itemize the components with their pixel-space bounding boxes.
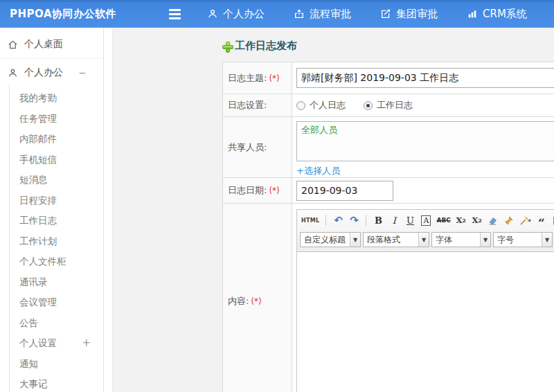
- sidebar-item-tasks[interactable]: 任务管理: [10, 109, 103, 130]
- sidebar-item-label: 公告: [19, 317, 38, 328]
- subscript-button[interactable]: X2: [470, 213, 484, 227]
- menu-toggle-icon[interactable]: [169, 9, 181, 19]
- format-brush-icon: [503, 215, 514, 226]
- sidebar-item-label: 短消息: [19, 174, 48, 185]
- table-row: 共享人员: 全部人员 +选择人员: [223, 117, 554, 178]
- work-log-form: 日志主题:(*) 日志设置: 个人日志: [222, 62, 554, 392]
- dropdown-value: 段落格式: [364, 233, 418, 247]
- auto-typeset-button[interactable]: ▾: [518, 213, 533, 227]
- sidebar-item-label: 大事记: [19, 378, 48, 389]
- editor-toolbar-row-1: HTML ↶ ↷ B I U A ABC X2: [300, 212, 554, 229]
- sidebar-item-label: 我的考勤: [19, 92, 57, 103]
- top-menu: 个人办公 流程审批 集团审批 CRM系统 更多应用 ▼: [207, 8, 554, 21]
- format-brush-button[interactable]: [502, 213, 516, 227]
- nav-process-approval[interactable]: 流程审批: [294, 8, 351, 21]
- editor-toolbar: HTML ↶ ↷ B I U A ABC X2: [296, 209, 554, 252]
- sidebar-item-personal-settings[interactable]: 个人设置 +: [10, 333, 103, 354]
- required-marker: (*): [269, 186, 279, 195]
- dropdown-value: 自定义标题: [301, 233, 350, 247]
- sidebar-item-desktop[interactable]: 个人桌面: [0, 32, 103, 57]
- font-size-dropdown[interactable]: 字号 ▼: [493, 232, 553, 247]
- sidebar-item-label: 内部邮件: [19, 133, 57, 144]
- sidebar-item-work-log[interactable]: 工作日志: [10, 211, 103, 231]
- sidebar-item-sms[interactable]: 手机短信: [10, 150, 103, 170]
- sidebar-item-notifications[interactable]: 通知: [10, 354, 103, 375]
- date-label-cell: 日志日期:(*): [223, 178, 292, 204]
- sidebar-item-schedule[interactable]: 日程安排: [10, 190, 103, 211]
- sidebar-item-announcements[interactable]: 公告: [10, 313, 103, 334]
- editor-toolbar-row-2: 自定义标题 ▼ 段落格式 ▼ 字体 ▼: [300, 231, 554, 249]
- redo-button[interactable]: ↷: [347, 213, 361, 227]
- sidebar-submenu: 我的考勤 任务管理 内部邮件 手机短信 短消息 日程安排 工作日志 工作计划 个…: [9, 85, 103, 392]
- sidebar-item-contacts[interactable]: 通讯录: [10, 272, 103, 293]
- undo-button[interactable]: ↶: [331, 213, 345, 227]
- caret-down-icon[interactable]: ▼: [418, 233, 429, 247]
- required-marker: (*): [251, 296, 261, 306]
- select-people-link[interactable]: +选择人员: [296, 165, 340, 177]
- table-row: 内容:(*) HTML ↶ ↷ B I: [223, 204, 554, 392]
- nav-label: 流程审批: [310, 8, 351, 21]
- font-color-button[interactable]: A: [421, 215, 431, 226]
- caret-down-icon[interactable]: ▼: [542, 233, 552, 247]
- main-content: 工作日志发布 日志主题:(*) 日志设置:: [113, 28, 554, 392]
- process-approval-icon: [294, 8, 305, 19]
- dropdown-value: 字号: [494, 233, 542, 247]
- strikethrough-button[interactable]: ABC: [435, 213, 452, 227]
- sidebar-item-internal-mail[interactable]: 内部邮件: [10, 129, 103, 150]
- sidebar-item-label: 会议管理: [19, 296, 57, 308]
- editor-content-area[interactable]: [296, 252, 554, 392]
- caret-down-icon[interactable]: ▼: [350, 233, 360, 247]
- field-label: 日志日期:: [228, 185, 267, 195]
- sidebar-item-label: 任务管理: [19, 113, 57, 124]
- radio-label: 个人日志: [310, 99, 346, 112]
- paste-text-button[interactable]: T: [551, 213, 554, 227]
- underline-button[interactable]: U: [403, 213, 417, 227]
- html-source-button[interactable]: HTML: [300, 213, 321, 227]
- expand-icon[interactable]: +: [82, 333, 91, 354]
- sidebar-item-milestones[interactable]: 大事记: [10, 374, 103, 392]
- table-row: 日志设置: 个人日志 工作日志: [223, 94, 554, 117]
- sidebar-item-work-plan[interactable]: 工作计划: [10, 231, 103, 252]
- field-label: 内容:: [228, 296, 249, 306]
- sidebar-item-attendance[interactable]: 我的考勤: [10, 88, 103, 109]
- sidebar-item-meetings[interactable]: 会议管理: [10, 292, 103, 313]
- nav-group-approval[interactable]: 集团审批: [380, 8, 438, 21]
- subject-input[interactable]: [296, 68, 554, 88]
- nav-label: 个人办公: [223, 8, 265, 21]
- nav-label: 集团审批: [396, 8, 438, 21]
- sidebar-item-label: 日程安排: [19, 195, 57, 206]
- italic-button[interactable]: I: [387, 213, 401, 227]
- dropdown-value: 字体: [432, 233, 480, 247]
- person-icon: [8, 68, 18, 78]
- radio-checked-icon[interactable]: [364, 101, 373, 110]
- radio-personal-log[interactable]: 个人日志: [296, 99, 346, 112]
- caret-down-icon[interactable]: ▼: [480, 233, 490, 247]
- sidebar-item-short-message[interactable]: 短消息: [10, 170, 103, 190]
- eraser-button[interactable]: [486, 213, 500, 227]
- share-label-cell: 共享人员:: [223, 117, 292, 178]
- nav-personal-office[interactable]: 个人办公: [207, 8, 265, 21]
- home-icon: [8, 39, 18, 50]
- crm-chart-icon: [467, 8, 478, 19]
- sidebar-item-label: 个人桌面: [24, 38, 63, 51]
- sidebar-item-personal-office[interactable]: 个人办公 −: [0, 60, 103, 85]
- eraser-icon: [488, 215, 498, 226]
- required-marker: (*): [269, 73, 279, 83]
- radio-icon[interactable]: [296, 101, 305, 110]
- field-label: 共享人员:: [228, 142, 267, 152]
- blockquote-button[interactable]: “: [535, 213, 548, 227]
- log-date-input[interactable]: [296, 181, 393, 201]
- field-label: 日志设置:: [228, 100, 267, 110]
- group-approval-icon: [380, 8, 391, 19]
- font-family-dropdown[interactable]: 字体 ▼: [431, 232, 491, 247]
- paragraph-format-dropdown[interactable]: 段落格式 ▼: [363, 232, 429, 247]
- superscript-button[interactable]: X2: [454, 213, 468, 227]
- share-people-box[interactable]: 全部人员: [296, 121, 554, 161]
- sidebar-item-file-cabinet[interactable]: 个人文件柜: [10, 251, 103, 272]
- custom-title-dropdown[interactable]: 自定义标题 ▼: [300, 232, 361, 247]
- bold-button[interactable]: B: [371, 213, 385, 227]
- nav-crm-system[interactable]: CRM系统: [467, 8, 527, 21]
- rich-text-editor: HTML ↶ ↷ B I U A ABC X2: [296, 209, 554, 392]
- radio-work-log[interactable]: 工作日志: [364, 99, 413, 112]
- collapse-icon[interactable]: −: [78, 67, 87, 78]
